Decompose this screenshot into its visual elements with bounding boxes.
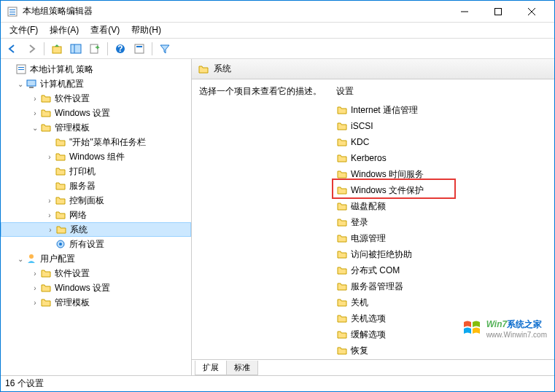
tree-label: 用户配置 — [40, 253, 75, 265]
svg-rect-2 — [9, 12, 15, 12]
properties-button[interactable] — [131, 40, 148, 58]
list-item[interactable]: 服务器管理器 — [330, 278, 554, 294]
list-item[interactable]: Windows 文件保护 — [330, 182, 554, 198]
svg-rect-17 — [18, 67, 24, 68]
tree-label: 系统 — [70, 224, 88, 236]
tree-user-config[interactable]: ⌄用户配置 — [1, 251, 191, 266]
show-hide-tree-button[interactable] — [67, 40, 85, 58]
help-button[interactable]: ? — [112, 40, 129, 58]
list-item[interactable]: Kerberos — [330, 150, 554, 166]
tree-label: Windows 设置 — [55, 107, 110, 119]
svg-rect-15 — [136, 46, 142, 47]
back-button[interactable] — [4, 40, 21, 58]
forward-button[interactable] — [23, 40, 40, 58]
minimize-button[interactable] — [448, 1, 481, 23]
tree-label: 管理模板 — [55, 122, 90, 134]
expand-icon[interactable]: › — [44, 197, 55, 205]
folder-icon — [336, 168, 348, 180]
tree-item[interactable]: ›Windows 设置 — [1, 281, 191, 295]
tree-admin-templates[interactable]: ⌄管理模板 — [1, 120, 191, 135]
list-item[interactable]: 电源管理 — [330, 230, 554, 246]
tab-extended[interactable]: 扩展 — [195, 361, 227, 375]
settings-list[interactable]: 设置 Internet 通信管理iSCSIKDCKerberosWindows … — [330, 79, 554, 359]
list-item[interactable]: 关机选项 — [330, 310, 554, 326]
list-item-label: 缓解选项 — [351, 329, 386, 341]
folder-icon — [40, 93, 52, 104]
collapse-icon[interactable]: ⌄ — [30, 124, 40, 132]
tree-label: 控制面板 — [69, 195, 104, 207]
folder-icon — [336, 329, 348, 340]
menu-file[interactable]: 文件(F) — [4, 23, 44, 38]
export-button[interactable] — [86, 40, 104, 58]
collapse-icon[interactable]: ⌄ — [15, 80, 26, 88]
list-item[interactable]: Windows 时间服务 — [330, 166, 554, 182]
filter-button[interactable] — [156, 40, 174, 58]
expand-icon[interactable]: › — [30, 270, 40, 278]
tree-label: 软件设置 — [55, 267, 90, 280]
list-item[interactable]: KDC — [330, 134, 554, 150]
close-button[interactable] — [515, 1, 548, 23]
list-item-label: 登录 — [351, 216, 368, 229]
tree-item[interactable]: ›软件设置 — [1, 266, 191, 281]
tree-item[interactable]: 服务器 — [1, 179, 191, 193]
tree-item[interactable]: ›Windows 组件 — [1, 149, 191, 164]
svg-rect-19 — [27, 80, 36, 86]
expand-icon[interactable]: › — [44, 153, 55, 161]
tree-item[interactable]: ›控制面板 — [1, 193, 191, 208]
tree-item[interactable]: ›软件设置 — [1, 91, 191, 106]
tree-item[interactable]: 所有设置 — [1, 237, 191, 251]
list-item[interactable]: 关机 — [330, 294, 554, 310]
list-item[interactable]: 分布式 COM — [330, 262, 554, 278]
list-header[interactable]: 设置 — [330, 82, 554, 102]
tree-root[interactable]: 本地计算机 策略 — [1, 62, 191, 77]
details-body: 选择一个项目来查看它的描述。 设置 Internet 通信管理iSCSIKDCK… — [192, 79, 554, 359]
content-area: 本地计算机 策略 ⌄计算机配置 ›软件设置 ›Windows 设置 ⌄管理模板 … — [1, 59, 554, 375]
list-item[interactable]: 缓解选项 — [330, 326, 554, 342]
tree-label: Windows 组件 — [69, 151, 125, 163]
list-item-label: Kerberos — [351, 153, 387, 163]
toolbar: ? — [1, 39, 554, 59]
svg-rect-14 — [135, 44, 144, 53]
folder-icon — [55, 165, 66, 177]
tree-label: 本地计算机 策略 — [30, 63, 93, 76]
expand-icon[interactable]: › — [44, 211, 55, 219]
tree-item[interactable]: ›管理模板 — [1, 295, 191, 310]
menu-help[interactable]: 帮助(H) — [125, 23, 167, 38]
menu-action[interactable]: 操作(A) — [44, 23, 85, 38]
list-item-label: Windows 文件保护 — [351, 184, 424, 197]
list-item[interactable]: 恢复 — [330, 342, 554, 358]
menu-view[interactable]: 查看(V) — [85, 23, 125, 38]
tree-item[interactable]: "开始"菜单和任务栏 — [1, 135, 191, 149]
list-item[interactable]: 磁盘配额 — [330, 198, 554, 214]
maximize-button[interactable] — [481, 1, 515, 23]
list-item-label: 关机选项 — [351, 313, 386, 325]
list-item[interactable]: 登录 — [330, 214, 554, 230]
tree-item[interactable]: 打印机 — [1, 164, 191, 179]
user-icon — [26, 253, 37, 264]
list-item[interactable]: iSCSI — [330, 118, 554, 134]
details-title: 系统 — [214, 63, 231, 75]
folder-icon — [336, 120, 348, 132]
settings-icon — [55, 238, 66, 250]
folder-icon — [336, 345, 348, 356]
tree-item[interactable]: ›网络 — [1, 208, 191, 222]
tree-item-system[interactable]: ›系统 — [1, 222, 191, 237]
separator — [152, 42, 152, 55]
collapse-icon[interactable]: ⌄ — [15, 255, 26, 263]
expand-icon[interactable]: › — [30, 299, 40, 307]
expand-icon[interactable]: › — [30, 109, 40, 117]
expand-icon[interactable]: › — [45, 226, 55, 234]
svg-rect-3 — [9, 14, 15, 15]
tree-computer-config[interactable]: ⌄计算机配置 — [1, 77, 191, 91]
list-item[interactable]: Internet 通信管理 — [330, 102, 554, 118]
tree-label: 打印机 — [69, 165, 96, 178]
list-item[interactable]: 访问被拒绝协助 — [330, 246, 554, 262]
expand-icon[interactable]: › — [30, 284, 40, 292]
expand-icon[interactable]: › — [30, 95, 40, 103]
up-button[interactable] — [48, 40, 66, 58]
tree-panel[interactable]: 本地计算机 策略 ⌄计算机配置 ›软件设置 ›Windows 设置 ⌄管理模板 … — [1, 59, 192, 375]
svg-rect-11 — [90, 44, 98, 53]
tab-standard[interactable]: 标准 — [226, 361, 258, 375]
tree-item[interactable]: ›Windows 设置 — [1, 106, 191, 120]
menubar: 文件(F) 操作(A) 查看(V) 帮助(H) — [1, 23, 554, 39]
